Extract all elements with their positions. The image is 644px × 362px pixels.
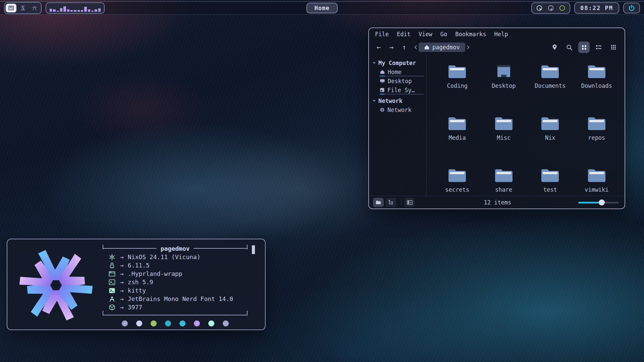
- nixos-snowflake-icon: [19, 249, 93, 322]
- clock[interactable]: 08:22 PM: [574, 2, 619, 14]
- tab-scroll-left-icon[interactable]: [414, 45, 417, 50]
- menu-file[interactable]: File: [375, 31, 389, 38]
- forward-button[interactable]: →: [387, 43, 396, 51]
- terminal-cursor: [252, 245, 255, 254]
- folder-nix[interactable]: Nix: [527, 114, 574, 166]
- monitor-icon: [494, 64, 514, 79]
- info-row-os: → NixOS 24.11 (Vicuna): [108, 253, 242, 261]
- sidebar-section-my-computer[interactable]: My Computer: [372, 58, 424, 67]
- packages-value: 3977: [128, 304, 142, 311]
- shell-value: zsh 5.9: [128, 279, 153, 286]
- home-icon: [424, 45, 430, 50]
- folder-icon: [540, 116, 560, 131]
- linux-icon: [109, 262, 115, 269]
- sidebar-item-desktop[interactable]: Desktop: [372, 76, 424, 85]
- menu-help[interactable]: Help: [494, 31, 508, 38]
- sidebar-section-network[interactable]: Network: [372, 96, 424, 105]
- arrow-icon: →: [120, 253, 124, 260]
- search-button[interactable]: [564, 42, 575, 53]
- globe-icon: [380, 107, 385, 112]
- nix-icon: [109, 254, 115, 260]
- folder-downloads[interactable]: Downloads: [574, 62, 620, 114]
- usage-gauge-3-icon[interactable]: [559, 5, 566, 11]
- menu-view[interactable]: View: [419, 31, 432, 38]
- path-tab-label: pagedmov: [432, 44, 460, 51]
- folder-vimwiki[interactable]: vimwiki: [574, 166, 620, 218]
- chevron-down-icon: [372, 62, 376, 64]
- workspace-switcher: [4, 2, 42, 14]
- folder-icon: [540, 64, 560, 79]
- search-icon: [566, 44, 573, 51]
- arrow-icon: →: [120, 295, 124, 302]
- compact-view-button[interactable]: [608, 42, 619, 53]
- tree-pane-button[interactable]: [386, 198, 396, 207]
- menu-go[interactable]: Go: [440, 31, 447, 38]
- top-bar: Home 08:22 PM: [0, 1, 644, 15]
- sidebar-item-filesystem[interactable]: File Sy…: [372, 85, 424, 95]
- workspace-4[interactable]: [6, 4, 16, 12]
- system-tray: [531, 2, 570, 14]
- usage-gauge-1-icon[interactable]: [536, 5, 543, 11]
- places-sidebar: My Computer Home Desktop File Sy… Networ…: [369, 55, 427, 196]
- palette-dot: [208, 320, 214, 326]
- hanzi-four-icon: [8, 5, 14, 11]
- folder-icon: [447, 64, 467, 79]
- back-button[interactable]: ←: [374, 43, 383, 51]
- font-value: JetBrains Mono Nerd Font 14.0: [128, 295, 233, 302]
- desktop-icon: [380, 78, 385, 83]
- path-tab[interactable]: pagedmov: [419, 43, 465, 52]
- folder-secrets[interactable]: secrets: [434, 166, 481, 218]
- info-row-terminal: → kitty: [108, 286, 242, 295]
- sidebar-item-network[interactable]: Network: [372, 105, 424, 114]
- folder-repos[interactable]: repos: [574, 114, 620, 166]
- location-pin-button[interactable]: [549, 42, 560, 53]
- zoom-slider[interactable]: [578, 199, 619, 205]
- status-bar: 12 items: [369, 196, 625, 208]
- info-row-font: → JetBrains Mono Nerd Font 14.0: [108, 295, 242, 303]
- arrow-icon: →: [120, 270, 124, 277]
- list-view-icon: [596, 45, 602, 50]
- active-window-title[interactable]: Home: [307, 3, 338, 13]
- workspace-5[interactable]: [17, 4, 28, 12]
- places-pane-button[interactable]: [373, 198, 384, 207]
- arrow-icon: →: [120, 304, 124, 311]
- usage-gauge-2-icon[interactable]: [547, 5, 554, 11]
- palette-dot: [179, 320, 185, 326]
- folder-desktop[interactable]: Desktop: [481, 62, 527, 114]
- folder-test[interactable]: test: [527, 166, 574, 218]
- palette-dot: [151, 320, 157, 326]
- menu-edit[interactable]: Edit: [397, 31, 411, 38]
- sidebar-item-home[interactable]: Home: [372, 67, 424, 76]
- folder-misc[interactable]: Misc: [481, 114, 527, 166]
- toggle-side-pane-button[interactable]: [404, 198, 415, 207]
- palette-dot: [165, 320, 171, 326]
- folder-icon: [587, 64, 606, 79]
- kernel-value: 6.11.5: [128, 262, 150, 269]
- menu-bookmarks[interactable]: Bookmarks: [455, 31, 486, 38]
- tab-scroll-right-icon[interactable]: [467, 45, 470, 50]
- icon-view-button[interactable]: [578, 42, 590, 53]
- tree-view-icon: [388, 200, 394, 205]
- item-count: 12 items: [417, 199, 578, 206]
- power-button[interactable]: [623, 3, 640, 13]
- hanzi-six-icon: [32, 5, 37, 11]
- info-row-packages: → 3977: [108, 303, 242, 311]
- slider-thumb[interactable]: [599, 199, 605, 205]
- arrow-icon: →: [120, 287, 124, 294]
- power-icon: [628, 5, 635, 11]
- terminal-window: pagedmov → NixOS 24.11 (Vicuna) → 6.11.5…: [7, 239, 266, 330]
- icon-view-icon: [581, 45, 587, 50]
- folder-icon: [494, 116, 514, 131]
- palette-dot: [223, 320, 229, 326]
- folder-media[interactable]: Media: [434, 114, 481, 166]
- chevron-down-icon: [372, 100, 376, 102]
- list-view-button[interactable]: [593, 42, 604, 53]
- folder-coding[interactable]: Coding: [434, 62, 481, 114]
- workspace-6[interactable]: [29, 4, 40, 12]
- folder-icon: [447, 168, 467, 183]
- up-button[interactable]: ↑: [400, 43, 409, 51]
- folder-share[interactable]: share: [481, 166, 527, 218]
- home-icon: [380, 69, 385, 74]
- folder-icon: [587, 168, 606, 183]
- folder-documents[interactable]: Documents: [527, 62, 574, 114]
